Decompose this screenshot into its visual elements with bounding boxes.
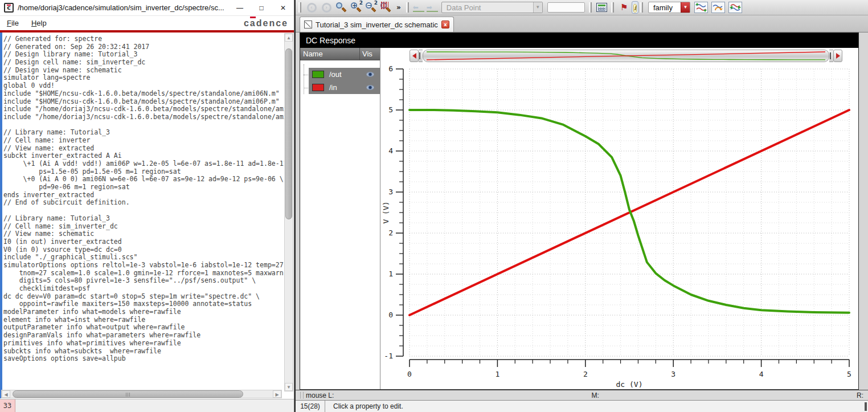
- vertical-scroll-thumb[interactable]: [285, 48, 292, 219]
- y-tick-label: 5: [388, 105, 393, 114]
- next-point-button[interactable]: ➡: [427, 3, 438, 12]
- chevron-down-icon: ▼: [681, 2, 690, 13]
- nav-forward-button[interactable]: ›: [319, 1, 334, 14]
- y-tick-label: -1: [384, 352, 393, 360]
- y-tick-label: 4: [388, 146, 393, 155]
- menu-help[interactable]: Help: [31, 19, 47, 27]
- toolbar-grip[interactable]: [640, 2, 643, 13]
- strip-left-handle[interactable]: [419, 50, 423, 62]
- statusbar-resize-grip[interactable]: [865, 402, 867, 411]
- code-line: // Generated for: spectre: [3, 35, 284, 43]
- zoom-fit-button[interactable]: [334, 1, 349, 14]
- horizontal-scrollbar[interactable]: ◀ ▶: [1, 390, 282, 398]
- family-dropdown[interactable]: family ▼: [648, 2, 690, 13]
- legend-header: Name Vis: [300, 48, 380, 60]
- code-line: saveOptions options save=allpub: [3, 355, 284, 363]
- mouse-left-hint: mouse L:: [306, 391, 334, 399]
- y-tick-label: 3: [388, 187, 393, 196]
- netlist-text-area[interactable]: // Generated for: spectre// Generated on…: [0, 32, 284, 390]
- code-line: include "/home/doriaj3/ncsu-cdk-1.6.0.be…: [3, 113, 284, 121]
- plot-area[interactable]: -10123456012345dc (V)V (V): [380, 48, 858, 389]
- label-tooltip-toggle[interactable]: i: [632, 1, 638, 14]
- strip-overview[interactable]: [423, 50, 829, 62]
- statusbar-grip: [300, 392, 304, 398]
- scroll-up-arrow[interactable]: ▲: [285, 34, 293, 42]
- strip-left-button[interactable]: [410, 50, 419, 62]
- code-line: global 0 vdd!: [3, 82, 284, 90]
- code-line: // End of subcircuit definition.: [3, 199, 284, 207]
- mouse-hint-bar: mouse L: M: R:: [296, 390, 868, 400]
- dc-response-plot[interactable]: -10123456012345dc (V)V (V): [380, 48, 858, 389]
- trace-legend-panel: Name Vis /out/in: [300, 48, 380, 389]
- zoom-out-icon: −2: [365, 2, 377, 13]
- legend-row-in[interactable]: /in: [309, 81, 380, 94]
- y-tick-label: 6: [388, 64, 393, 73]
- legend-rows: /out/in: [300, 68, 380, 94]
- legend-tree-guide: [304, 64, 304, 94]
- code-line: // Generated on: Sep 26 20:32:41 2017: [3, 43, 284, 51]
- visibility-eye-icon[interactable]: [366, 85, 374, 90]
- cadence-logo: cadence: [244, 18, 288, 28]
- point-value-field[interactable]: [547, 2, 585, 13]
- back-arrow-icon: ‹: [307, 3, 317, 13]
- pan-zoom-strip[interactable]: [410, 50, 842, 62]
- chevron-down-icon: ▼: [533, 2, 542, 13]
- flag-button[interactable]: ⚑: [617, 1, 632, 14]
- tab-sim-inverter-dc[interactable]: Tutorial_3 sim_inverter_dc schematic x: [300, 17, 454, 32]
- code-line: // Library name: Tutorial_3: [3, 215, 284, 223]
- data-point-dropdown[interactable]: Data Point ▼: [441, 2, 543, 13]
- code-line: designParamVals info what=parameters whe…: [3, 332, 284, 340]
- maximize-button[interactable]: □: [251, 0, 272, 16]
- code-line: [3, 121, 284, 129]
- calculator-icon: [596, 3, 607, 12]
- strip-right-handle[interactable]: [829, 50, 833, 62]
- code-line: // Design library name: Tutorial_3: [3, 51, 284, 59]
- close-button[interactable]: ✕: [272, 0, 294, 16]
- code-line: // Cell name: inverter: [3, 137, 284, 145]
- minimize-button[interactable]: —: [229, 0, 251, 16]
- code-line: // Design cell name: sim_inverter_dc: [3, 59, 284, 67]
- prev-point-button[interactable]: ⬅: [413, 3, 424, 12]
- toolbar-grip[interactable]: [611, 2, 614, 13]
- legend-column-vis: Vis: [359, 48, 380, 60]
- refresh-plot-icon[interactable]: [711, 2, 725, 13]
- toolbar-grip[interactable]: [406, 2, 409, 13]
- code-line: primitives info what=primitives where=ra…: [3, 340, 284, 348]
- vertical-scrollbar[interactable]: ▲ ▼: [284, 33, 293, 391]
- code-line: pd=9e-06 m=1 region=sat: [3, 183, 284, 191]
- toolbar-grip[interactable]: [298, 2, 301, 13]
- calculator-button[interactable]: [595, 1, 609, 14]
- mouse-right-hint: R:: [857, 391, 863, 399]
- scroll-down-arrow[interactable]: ▼: [285, 383, 293, 391]
- y-axis-title: V (V): [382, 201, 390, 223]
- scroll-right-arrow[interactable]: ▶: [273, 390, 281, 398]
- code-line: digits=5 cols=80 pivrel=1e-3 sensfile=".…: [3, 277, 284, 285]
- horizontal-scroll-thumb[interactable]: [13, 390, 243, 398]
- menu-file[interactable]: File: [7, 19, 19, 27]
- strip-zoom-button[interactable]: [378, 1, 393, 14]
- tab-close-icon[interactable]: x: [441, 21, 449, 28]
- update-plot-icon[interactable]: [694, 2, 708, 13]
- viva-window: ‹ › +2 −2 » ⬅ ➡ Data Point ▼ ⚑ i family …: [294, 0, 868, 412]
- scroll-left-arrow[interactable]: ◀: [2, 390, 10, 398]
- info-balloon-icon: i: [633, 4, 637, 13]
- point-count-cell: 15(28): [296, 401, 325, 412]
- toolbar-grip[interactable]: [589, 2, 592, 13]
- x-tick-label: 5: [847, 370, 851, 378]
- zoom-out-2x-button[interactable]: −2: [363, 1, 378, 14]
- legend-row-out[interactable]: /out: [309, 68, 380, 81]
- code-line: // View name: extracted: [3, 145, 284, 153]
- red-left-arrow-icon: [412, 53, 416, 59]
- netlist-statusbar: 33: [0, 399, 294, 412]
- x-tick-label: 4: [759, 370, 764, 378]
- strip-right-button[interactable]: [833, 50, 842, 62]
- fit-traces-icon[interactable]: [728, 2, 742, 13]
- code-line: include "./_graphical_stimuli.scs": [3, 254, 284, 262]
- zoom-in-2x-button[interactable]: +2: [349, 1, 363, 14]
- visibility-eye-icon[interactable]: [366, 72, 374, 77]
- toolbar-overflow-chevron[interactable]: »: [396, 3, 401, 11]
- nav-back-button[interactable]: ‹: [304, 1, 319, 14]
- netlist-titlebar[interactable]: c /home/doriaj3/cadence/simulation/sim_i…: [0, 0, 294, 16]
- netlist-window: c /home/doriaj3/cadence/simulation/sim_i…: [0, 0, 294, 412]
- code-line: element info what=inst where=rawfile: [3, 316, 284, 324]
